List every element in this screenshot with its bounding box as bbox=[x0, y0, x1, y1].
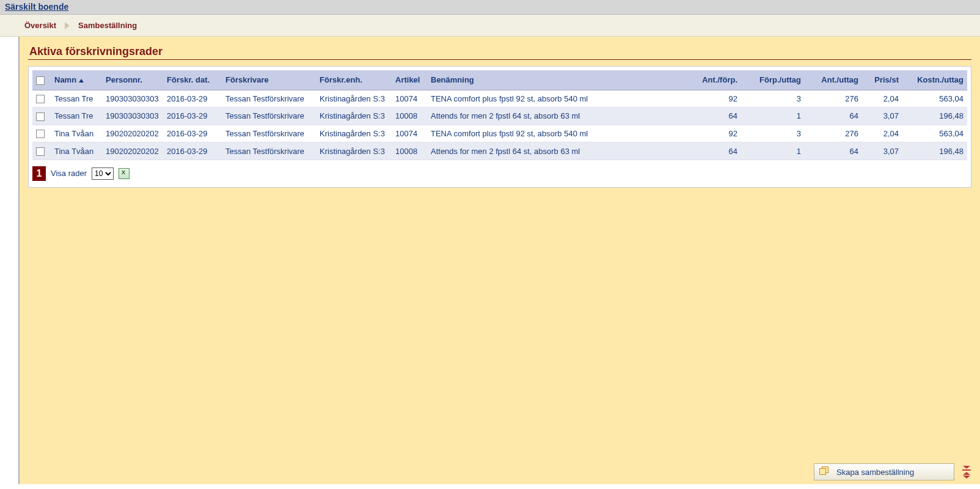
cell-packs-per-uttag: 1 bbox=[741, 108, 805, 125]
cell-qty-per-uttag: 64 bbox=[805, 108, 862, 125]
table-row[interactable]: Tina Tvåan1902020202022016-03-29Tessan T… bbox=[32, 142, 967, 160]
checkbox-icon[interactable] bbox=[36, 112, 45, 121]
app-title-link[interactable]: Särskilt boende bbox=[5, 2, 68, 12]
checkbox-icon[interactable] bbox=[36, 76, 45, 85]
expand-button[interactable] bbox=[962, 472, 971, 479]
cell-price: 3,07 bbox=[862, 142, 902, 160]
cell-cost: 563,04 bbox=[902, 90, 967, 108]
row-checkbox-cell[interactable] bbox=[32, 90, 51, 108]
app-header: Särskilt boende bbox=[0, 0, 980, 15]
cell-qty-per-pack: 92 bbox=[686, 125, 741, 142]
cell-cost: 563,04 bbox=[902, 125, 967, 142]
col-ant-forp[interactable]: Ant./förp. bbox=[686, 70, 741, 90]
cell-packs-per-uttag: 3 bbox=[741, 125, 805, 142]
cell-unit: Kristinagården S:3 bbox=[316, 125, 392, 142]
cell-qty-per-pack: 64 bbox=[686, 142, 741, 160]
rows-per-page-label: Visa rader bbox=[51, 169, 87, 178]
cell-date: 2016-03-29 bbox=[163, 108, 222, 125]
col-ant-uttag[interactable]: Ant./uttag bbox=[805, 70, 862, 90]
stack-icon bbox=[819, 466, 830, 477]
cell-personnr: 190303030303 bbox=[102, 90, 163, 108]
cell-unit: Kristinagården S:3 bbox=[316, 108, 392, 125]
col-forskr-dat[interactable]: Förskr. dat. bbox=[163, 70, 222, 90]
cell-name: Tessan Tre bbox=[51, 108, 102, 125]
cell-prescriber: Tessan Testförskrivare bbox=[222, 142, 316, 160]
col-forp-uttag[interactable]: Förp./uttag bbox=[741, 70, 805, 90]
col-name-label: Namn bbox=[54, 75, 76, 84]
cell-article: 10074 bbox=[392, 125, 427, 142]
cell-cost: 196,48 bbox=[902, 142, 967, 160]
triangle-up-icon bbox=[963, 472, 970, 475]
cell-name: Tessan Tre bbox=[51, 90, 102, 108]
table-row[interactable]: Tina Tvåan1902020202022016-03-29Tessan T… bbox=[32, 125, 967, 142]
breadcrumb-item-overview[interactable]: Översikt bbox=[24, 21, 56, 30]
cell-desc: Attends for men 2 fpstl 64 st, absorb 63… bbox=[427, 142, 686, 160]
chevron-right-icon bbox=[65, 22, 70, 29]
pager: 1 Visa rader 10 bbox=[32, 166, 967, 181]
col-artikel[interactable]: Artikel bbox=[392, 70, 427, 90]
cell-qty-per-uttag: 276 bbox=[805, 90, 862, 108]
cell-packs-per-uttag: 1 bbox=[741, 142, 805, 160]
export-excel-icon[interactable] bbox=[119, 168, 130, 179]
footer-actions: Skapa sambeställning bbox=[814, 463, 971, 480]
cell-desc: Attends for men 2 fpstl 64 st, absorb 63… bbox=[427, 108, 686, 125]
rows-per-page-select[interactable]: 10 bbox=[92, 167, 114, 180]
cell-qty-per-pack: 64 bbox=[686, 108, 741, 125]
checkbox-icon[interactable] bbox=[36, 95, 45, 103]
cell-article: 10074 bbox=[392, 90, 427, 108]
line-icon bbox=[962, 469, 971, 471]
page-title: Aktiva förskrivningsrader bbox=[28, 43, 971, 60]
cell-personnr: 190202020202 bbox=[102, 125, 163, 142]
col-benamning[interactable]: Benämning bbox=[427, 70, 686, 90]
cell-article: 10008 bbox=[392, 108, 427, 125]
cell-qty-per-uttag: 64 bbox=[805, 142, 862, 160]
page-number-badge[interactable]: 1 bbox=[32, 166, 46, 181]
col-personnr[interactable]: Personnr. bbox=[102, 70, 163, 90]
col-kostn-uttag[interactable]: Kostn./uttag bbox=[902, 70, 967, 90]
row-checkbox-cell[interactable] bbox=[32, 142, 51, 160]
row-checkbox-cell[interactable] bbox=[32, 108, 51, 125]
col-forskr-enh[interactable]: Förskr.enh. bbox=[316, 70, 392, 90]
cell-prescriber: Tessan Testförskrivare bbox=[222, 125, 316, 142]
table-panel: Namn Personnr. Förskr. dat. Förskrivare … bbox=[28, 66, 971, 188]
cell-qty-per-uttag: 276 bbox=[805, 125, 862, 142]
table-row[interactable]: Tessan Tre1903030303032016-03-29Tessan T… bbox=[32, 90, 967, 108]
panel-resize-controls bbox=[962, 466, 971, 479]
cell-date: 2016-03-29 bbox=[163, 142, 222, 160]
cell-packs-per-uttag: 3 bbox=[741, 90, 805, 108]
cell-name: Tina Tvåan bbox=[51, 142, 102, 160]
cell-desc: TENA comfort plus fpstl 92 st, absorb 54… bbox=[427, 90, 686, 108]
prescriptions-table: Namn Personnr. Förskr. dat. Förskrivare … bbox=[32, 70, 967, 160]
cell-article: 10008 bbox=[392, 142, 427, 160]
create-sambestallning-button[interactable]: Skapa sambeställning bbox=[814, 463, 954, 480]
cell-prescriber: Tessan Testförskrivare bbox=[222, 90, 316, 108]
cell-qty-per-pack: 92 bbox=[686, 90, 741, 108]
cell-unit: Kristinagården S:3 bbox=[316, 142, 392, 160]
breadcrumb-item-sambestallning[interactable]: Sambeställning bbox=[78, 21, 137, 30]
col-forskrivare[interactable]: Förskrivare bbox=[222, 70, 316, 90]
checkbox-icon[interactable] bbox=[36, 130, 45, 138]
cell-prescriber: Tessan Testförskrivare bbox=[222, 108, 316, 125]
cell-price: 2,04 bbox=[862, 90, 902, 108]
breadcrumb: Översikt Sambeställning bbox=[0, 15, 980, 37]
cell-personnr: 190202020202 bbox=[102, 142, 163, 160]
cell-desc: TENA comfort plus fpstl 92 st, absorb 54… bbox=[427, 125, 686, 142]
create-sambestallning-label: Skapa sambeställning bbox=[836, 468, 914, 477]
content-area: Aktiva förskrivningsrader Namn Personnr.… bbox=[18, 37, 980, 484]
triangle-down-icon bbox=[963, 466, 970, 469]
cell-cost: 196,48 bbox=[902, 108, 967, 125]
checkbox-icon[interactable] bbox=[36, 147, 45, 156]
cell-personnr: 190303030303 bbox=[102, 108, 163, 125]
triangle-down-icon bbox=[963, 476, 970, 479]
collapse-down-button[interactable] bbox=[962, 466, 971, 471]
cell-date: 2016-03-29 bbox=[163, 125, 222, 142]
col-select-all[interactable] bbox=[32, 70, 51, 90]
col-name[interactable]: Namn bbox=[51, 70, 102, 90]
cell-name: Tina Tvåan bbox=[51, 125, 102, 142]
cell-unit: Kristinagården S:3 bbox=[316, 90, 392, 108]
row-checkbox-cell[interactable] bbox=[32, 125, 51, 142]
sort-asc-icon bbox=[79, 79, 84, 83]
cell-price: 2,04 bbox=[862, 125, 902, 142]
table-row[interactable]: Tessan Tre1903030303032016-03-29Tessan T… bbox=[32, 108, 967, 125]
col-pris-st[interactable]: Pris/st bbox=[862, 70, 902, 90]
